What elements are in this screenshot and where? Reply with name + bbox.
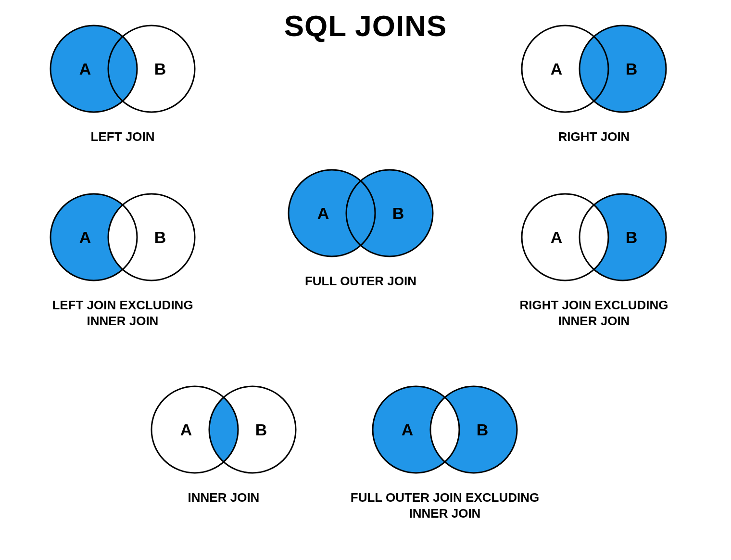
diagram-caption: RIGHT JOIN EXCLUDING INNER JOIN: [510, 297, 678, 329]
venn-right-join-excluding: ABRIGHT JOIN EXCLUDING INNER JOIN: [510, 188, 678, 329]
circle-a-label: A: [317, 204, 329, 222]
venn-right-join: ABRIGHT JOIN: [510, 19, 678, 145]
venn-full-outer-join: ABFULL OUTER JOIN: [277, 164, 445, 289]
circle-a-label: A: [79, 60, 91, 78]
circle-b-label: B: [392, 204, 404, 222]
venn-diagram-icon: AB: [44, 19, 201, 118]
circle-b-label: B: [154, 60, 166, 78]
venn-diagram-icon: AB: [282, 164, 439, 263]
circle-a-label: A: [79, 228, 91, 246]
diagram-caption: FULL OUTER JOIN EXCLUDING INNER JOIN: [337, 490, 553, 521]
venn-inner-join: ABINNER JOIN: [139, 380, 308, 506]
venn-diagram-icon: AB: [366, 380, 523, 479]
venn-left-join: ABLEFT JOIN: [38, 19, 207, 145]
diagram-caption: INNER JOIN: [139, 490, 308, 506]
venn-full-outer-excluding: ABFULL OUTER JOIN EXCLUDING INNER JOIN: [337, 380, 553, 521]
circle-b-label: B: [154, 228, 166, 246]
diagram-caption: FULL OUTER JOIN: [277, 273, 445, 289]
diagram-caption: LEFT JOIN EXCLUDING INNER JOIN: [38, 297, 207, 329]
venn-diagram-icon: AB: [44, 188, 201, 287]
venn-diagram-icon: AB: [516, 188, 672, 287]
circle-b-label: B: [626, 60, 638, 78]
circle-b-label: B: [477, 420, 489, 439]
circle-a-label: A: [402, 420, 414, 439]
venn-diagram-icon: AB: [516, 19, 672, 118]
circle-a-label: A: [180, 420, 192, 439]
venn-diagram-icon: AB: [145, 380, 302, 479]
circle-a-label: A: [551, 228, 563, 246]
diagram-caption: RIGHT JOIN: [510, 129, 678, 145]
diagram-caption: LEFT JOIN: [38, 129, 207, 145]
venn-left-join-excluding: ABLEFT JOIN EXCLUDING INNER JOIN: [38, 188, 207, 329]
circle-b-label: B: [626, 228, 638, 246]
circle-b-label: B: [255, 420, 267, 439]
circle-a-label: A: [551, 60, 563, 78]
